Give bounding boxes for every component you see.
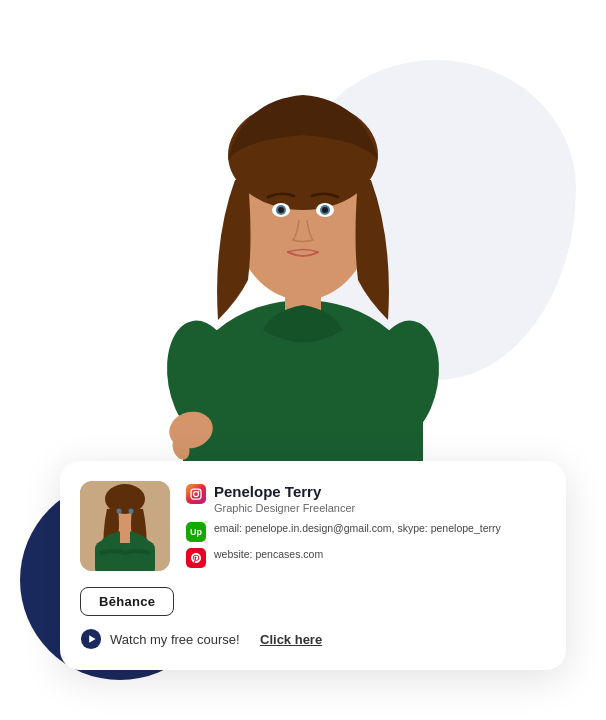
profile-name: Penelope Terry (214, 483, 355, 501)
svg-rect-23 (191, 489, 201, 499)
website-text: website: pencases.com (214, 547, 323, 563)
play-icon[interactable] (80, 628, 102, 650)
person-svg (103, 0, 503, 480)
profile-subtitle: Graphic Designer Freelancer (214, 501, 355, 516)
svg-point-25 (198, 490, 200, 492)
email-text: email: penelope.in.design@gmail.com, sky… (214, 521, 501, 537)
person-photo-area (0, 0, 606, 480)
watch-course-row: Watch my free course! Click here (80, 628, 544, 650)
svg-point-21 (117, 508, 122, 513)
svg-point-24 (194, 491, 199, 496)
svg-rect-19 (95, 541, 155, 571)
instagram-icon[interactable] (186, 484, 206, 504)
name-subtitle-block: Penelope Terry Graphic Designer Freelanc… (214, 483, 355, 516)
card-info-section: Penelope Terry Graphic Designer Freelanc… (186, 481, 544, 573)
card-website-row: website: pencases.com (186, 547, 544, 568)
card-name-row: Penelope Terry Graphic Designer Freelanc… (186, 483, 544, 516)
avatar-svg (80, 481, 170, 571)
card-avatar (80, 481, 170, 571)
profile-card: Penelope Terry Graphic Designer Freelanc… (60, 461, 566, 670)
upwork-icon[interactable]: Up (186, 522, 206, 542)
card-email-row: Up email: penelope.in.design@gmail.com, … (186, 521, 544, 542)
svg-rect-20 (120, 528, 130, 543)
card-top-section: Penelope Terry Graphic Designer Freelanc… (80, 481, 544, 573)
svg-point-22 (129, 508, 134, 513)
svg-point-9 (278, 207, 284, 213)
svg-point-10 (322, 207, 328, 213)
behance-button[interactable]: Bēhance (80, 587, 174, 616)
watch-text: Watch my free course! (110, 632, 240, 647)
watch-link[interactable]: Click here (260, 632, 322, 647)
pinterest-icon[interactable] (186, 548, 206, 568)
